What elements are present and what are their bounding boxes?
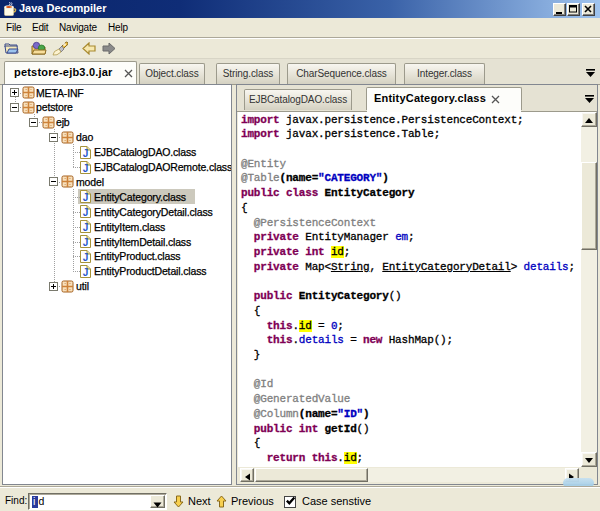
svg-text:J: J bbox=[83, 162, 89, 173]
svg-text:J: J bbox=[83, 251, 89, 262]
svg-text:J: J bbox=[83, 266, 89, 277]
svg-text:J: J bbox=[83, 207, 89, 218]
svg-text:J: J bbox=[83, 192, 89, 203]
svg-text:J: J bbox=[83, 237, 89, 248]
svg-text:J: J bbox=[83, 222, 89, 233]
svg-text:J: J bbox=[83, 147, 89, 158]
